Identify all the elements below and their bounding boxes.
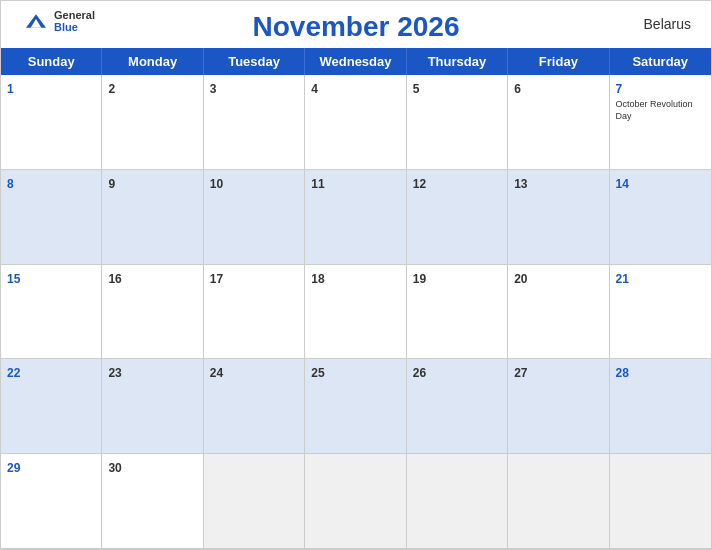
day-cell: 12 (407, 170, 508, 265)
day-cell: 24 (204, 359, 305, 454)
day-cell-empty (407, 454, 508, 549)
day-cell: 5 (407, 75, 508, 170)
logo: General Blue (21, 9, 95, 33)
day-cell: 1 (1, 75, 102, 170)
header-thursday: Thursday (407, 48, 508, 75)
day-cell: 11 (305, 170, 406, 265)
day-cell: 21 (610, 265, 711, 360)
day-cell: 4 (305, 75, 406, 170)
day-cell: 18 (305, 265, 406, 360)
day-cell: 20 (508, 265, 609, 360)
header-sunday: Sunday (1, 48, 102, 75)
day-cell: 28 (610, 359, 711, 454)
days-header: Sunday Monday Tuesday Wednesday Thursday… (1, 48, 711, 75)
day-cell-empty (305, 454, 406, 549)
day-cell-empty (610, 454, 711, 549)
day-cell: 9 (102, 170, 203, 265)
day-cell-empty (508, 454, 609, 549)
day-cell: 7 October Revolution Day (610, 75, 711, 170)
header-tuesday: Tuesday (204, 48, 305, 75)
header-monday: Monday (102, 48, 203, 75)
logo-icon (21, 11, 51, 31)
day-cell: 16 (102, 265, 203, 360)
month-title: November 2026 (252, 11, 459, 43)
calendar-header: General Blue November 2026 Belarus (1, 1, 711, 48)
day-cell: 29 (1, 454, 102, 549)
day-cell: 8 (1, 170, 102, 265)
day-cell: 17 (204, 265, 305, 360)
day-cell: 26 (407, 359, 508, 454)
country-label: Belarus (644, 16, 691, 32)
day-cell: 30 (102, 454, 203, 549)
day-cell: 25 (305, 359, 406, 454)
logo-blue: Blue (54, 21, 95, 33)
day-cell: 13 (508, 170, 609, 265)
day-cell: 10 (204, 170, 305, 265)
day-cell: 27 (508, 359, 609, 454)
day-cell: 6 (508, 75, 609, 170)
day-cell: 15 (1, 265, 102, 360)
calendar-grid: 1 2 3 4 5 6 7 October Revolution Day 8 9… (1, 75, 711, 549)
day-cell: 22 (1, 359, 102, 454)
calendar: General Blue November 2026 Belarus Sunda… (0, 0, 712, 550)
day-cell: 3 (204, 75, 305, 170)
day-cell: 19 (407, 265, 508, 360)
event-october-revolution: October Revolution Day (616, 99, 705, 122)
logo-general: General (54, 9, 95, 21)
header-saturday: Saturday (610, 48, 711, 75)
day-cell: 23 (102, 359, 203, 454)
header-wednesday: Wednesday (305, 48, 406, 75)
day-cell: 14 (610, 170, 711, 265)
day-cell-empty (204, 454, 305, 549)
header-friday: Friday (508, 48, 609, 75)
day-cell: 2 (102, 75, 203, 170)
